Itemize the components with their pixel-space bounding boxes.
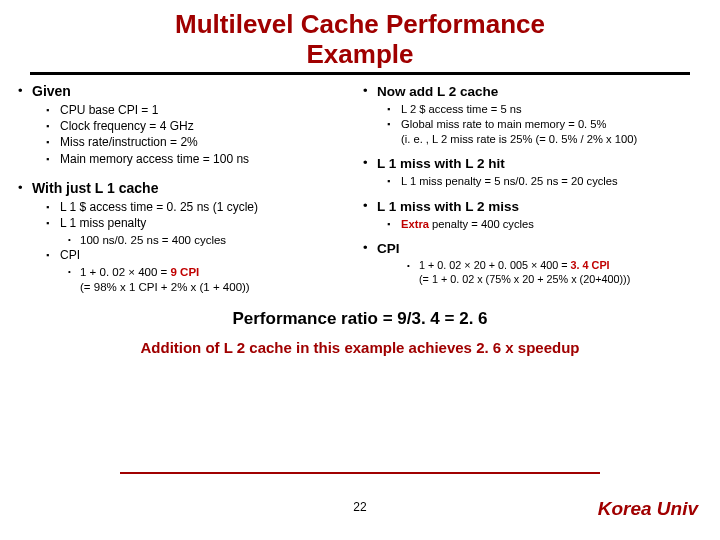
slide: Multilevel Cache Performance Example • G…: [0, 0, 720, 540]
cpi-calc-alt: (= 1 + 0. 02 x (75% x 20 + 25% x (20+400…: [419, 273, 630, 285]
square-icon: ▪: [46, 200, 60, 215]
given-item: ▪Clock frequency = 4 GHz: [46, 119, 357, 134]
given-heading: • Given: [18, 83, 357, 101]
add-l2-label: Now add L 2 cache: [377, 83, 702, 100]
l1-miss-heading: • L 1 miss with L 2 miss: [363, 198, 702, 215]
l2-item: ▪L 2 $ access time = 5 ns: [387, 102, 702, 116]
given-item: ▪CPU base CPI = 1: [46, 103, 357, 118]
slide-title: Multilevel Cache Performance Example: [0, 0, 720, 70]
cpi-calc: • 1 + 0. 02 × 400 = 9 CPI (= 98% x 1 CPI…: [68, 265, 357, 294]
square-icon: ▪: [46, 216, 60, 231]
performance-ratio: Performance ratio = 9/3. 4 = 2. 6: [0, 309, 720, 329]
given-label: Given: [32, 83, 357, 101]
with-l1-label: With just L 1 cache: [32, 180, 357, 198]
title-rule: [30, 72, 690, 75]
square-icon: ▪: [46, 135, 60, 150]
speedup-conclusion: Addition of L 2 cache in this example ac…: [0, 339, 720, 356]
cpi-result: 9 CPI: [170, 266, 199, 278]
bullet-icon: •: [18, 83, 32, 101]
l1-subitem: •100 ns/0. 25 ns = 400 cycles: [68, 233, 357, 248]
square-icon: ▪: [387, 102, 401, 116]
bullet-icon: •: [68, 265, 80, 294]
brand-label: Korea Univ: [598, 498, 698, 520]
cpi-calc-pre: 1 + 0. 02 × 400 =: [80, 266, 170, 278]
l1-item: ▪L 1 $ access time = 0. 25 ns (1 cycle): [46, 200, 357, 215]
title-line2: Example: [307, 39, 414, 69]
l2-item: ▪Global miss rate to main memory = 0. 5%…: [387, 117, 702, 146]
l1-miss-label: L 1 miss with L 2 miss: [377, 198, 702, 215]
l1-hit-item: ▪L 1 miss penalty = 5 ns/0. 25 ns = 20 c…: [387, 174, 702, 188]
l1-hit-heading: • L 1 miss with L 2 hit: [363, 155, 702, 172]
title-line1: Multilevel Cache Performance: [175, 9, 545, 39]
bullet-icon: •: [18, 180, 32, 198]
extra-emphasis: Extra: [401, 218, 429, 230]
bullet-icon: •: [68, 233, 80, 248]
given-item: ▪Main memory access time = 100 ns: [46, 152, 357, 167]
square-icon: ▪: [387, 217, 401, 231]
square-icon: ▪: [387, 117, 401, 146]
square-icon: ▪: [46, 152, 60, 167]
footer-rule: [120, 472, 600, 474]
bullet-icon: •: [407, 259, 419, 287]
given-item: ▪Miss rate/instruction = 2%: [46, 135, 357, 150]
square-icon: ▪: [46, 248, 60, 263]
bullet-icon: •: [363, 198, 377, 215]
bullet-icon: •: [363, 83, 377, 100]
bullet-icon: •: [363, 155, 377, 172]
l1-miss-item: ▪Extra penalty = 400 cycles: [387, 217, 702, 231]
cpi-heading: • CPI: [363, 240, 702, 257]
with-l1-heading: • With just L 1 cache: [18, 180, 357, 198]
l1-hit-label: L 1 miss with L 2 hit: [377, 155, 702, 172]
square-icon: ▪: [46, 103, 60, 118]
cpi-label: CPI: [377, 240, 702, 257]
cpi-calc-pre: 1 + 0. 02 × 20 + 0. 005 × 400 =: [419, 259, 571, 271]
bullet-icon: •: [363, 240, 377, 257]
left-column: • Given ▪CPU base CPI = 1 ▪Clock frequen…: [18, 81, 357, 295]
right-column: • Now add L 2 cache ▪L 2 $ access time =…: [363, 81, 702, 295]
cpi-heading: ▪CPI: [46, 248, 357, 263]
cpi-result: 3. 4 CPI: [571, 259, 610, 271]
cpi-calc-alt: (= 98% x 1 CPI + 2% x (1 + 400)): [80, 281, 250, 293]
square-icon: ▪: [46, 119, 60, 134]
cpi-calc: • 1 + 0. 02 × 20 + 0. 005 × 400 = 3. 4 C…: [407, 259, 702, 287]
add-l2-heading: • Now add L 2 cache: [363, 83, 702, 100]
square-icon: ▪: [387, 174, 401, 188]
content-columns: • Given ▪CPU base CPI = 1 ▪Clock frequen…: [0, 81, 720, 295]
l1-item: ▪L 1 miss penalty: [46, 216, 357, 231]
